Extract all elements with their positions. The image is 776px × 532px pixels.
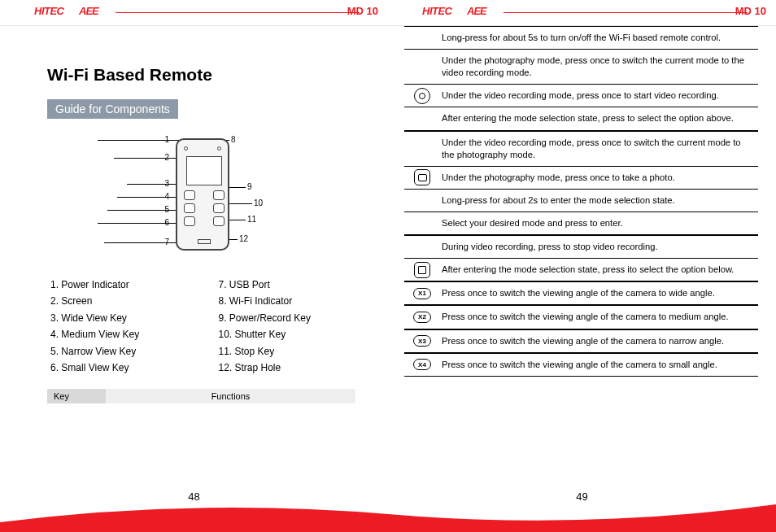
page-title: Wi-Fi Based Remote: [47, 65, 355, 85]
component-diagram: 1 2 3 4 5 6 7 8 9 10 11 12: [88, 133, 316, 264]
fn-text: During video recording, press to stop vi…: [440, 236, 758, 258]
function-group-x2: X2Press once to switch the viewing angle…: [404, 305, 758, 329]
fn-text: After entering the mode selection state,…: [440, 107, 758, 129]
function-group-photo: Under the video recording mode, press on…: [404, 131, 758, 236]
fn-text: After entering the mode selection state,…: [440, 259, 758, 281]
page-header-left: HITEC AEE MD 10: [0, 0, 388, 26]
function-group-record: Long-press for about 5s to turn on/off t…: [404, 26, 758, 131]
page-header-right: HITEC AEE MD 10: [388, 0, 776, 26]
legend-item: 10. Shutter Key: [219, 326, 356, 342]
functions-table: Long-press for about 5s to turn on/off t…: [404, 26, 758, 377]
record-key-icon: [414, 88, 430, 104]
legend-item: 2. Screen: [50, 293, 188, 309]
legend-item: 1. Power Indicator: [50, 277, 188, 293]
page-number-right: 49: [388, 491, 776, 503]
page-right: HITEC AEE MD 10 Long-press for about 5s …: [388, 0, 776, 532]
callout-8: 8: [231, 135, 236, 144]
fn-text: Select your desired mode and press to en…: [440, 212, 758, 234]
th-functions: Functions: [106, 389, 355, 403]
fn-text: Under the photography mode, press once t…: [440, 167, 758, 189]
header-rule: [504, 12, 748, 13]
stop-key-icon: [414, 262, 430, 278]
section-heading: Guide for Components: [47, 99, 178, 119]
fn-text: Press once to switch the viewing angle o…: [440, 354, 758, 376]
x3-key-icon: X3: [413, 335, 431, 347]
legend-item: 5. Narrow View Key: [50, 343, 188, 360]
fn-text: Under the photography mode, press once t…: [440, 50, 758, 84]
callout-11: 11: [247, 215, 256, 224]
fn-text: Press once to switch the viewing angle o…: [440, 282, 758, 304]
function-group-x1: X1Press once to switch the viewing angle…: [404, 281, 758, 305]
brand-logo: HITEC: [422, 5, 452, 17]
screen-icon: [186, 156, 222, 185]
function-group-stop: During video recording, press to stop vi…: [404, 235, 758, 281]
fn-text: Press once to switch the viewing angle o…: [440, 330, 758, 352]
brand2-logo: AEE: [79, 5, 98, 17]
usb-port-icon: [198, 239, 211, 244]
shutter-key-icon: [414, 169, 430, 185]
legend-item: 11. Stop Key: [219, 343, 356, 360]
brand2-logo: AEE: [467, 5, 486, 17]
fn-text: Long-press for about 2s to enter the mod…: [440, 190, 758, 211]
fn-text: Press once to switch the viewing angle o…: [440, 306, 758, 328]
x4-key-icon: X4: [413, 359, 431, 370]
wifi-indicator-icon: [217, 146, 221, 150]
component-legend: 1. Power Indicator 2. Screen 3. Wide Vie…: [50, 277, 355, 376]
callout-12: 12: [239, 234, 248, 243]
function-group-x4: X4Press once to switch the viewing angle…: [404, 353, 758, 377]
legend-item: 3. Wide View Key: [50, 310, 188, 326]
callout-9: 9: [247, 182, 252, 191]
page-number-left: 48: [0, 491, 388, 503]
functions-table-header: Key Functions: [47, 389, 355, 403]
model-label: MD 10: [347, 5, 378, 17]
legend-item: 6. Small View Key: [50, 360, 188, 376]
page-left: HITEC AEE MD 10 Wi-Fi Based Remote Guide…: [0, 0, 388, 532]
legend-item: 12. Strap Hole: [219, 360, 356, 376]
legend-item: 7. USB Port: [219, 277, 356, 293]
function-group-x3: X3Press once to switch the viewing angle…: [404, 329, 758, 353]
th-key: Key: [47, 389, 106, 403]
brand-logo: HITEC: [34, 5, 64, 17]
fn-text: Under the video recording mode, press on…: [440, 132, 758, 166]
legend-item: 4. Medium View Key: [50, 326, 188, 342]
remote-illustration: [176, 138, 229, 251]
header-rule: [116, 12, 360, 13]
callout-10: 10: [254, 198, 263, 207]
power-indicator-icon: [184, 146, 188, 150]
legend-item: 9. Power/Record Key: [219, 310, 356, 326]
legend-item: 8. Wi-Fi Indicator: [219, 293, 356, 309]
x2-key-icon: X2: [413, 312, 431, 323]
x1-key-icon: X1: [413, 288, 431, 299]
model-label: MD 10: [735, 5, 766, 17]
fn-text: Long-press for about 5s to turn on/off t…: [440, 27, 758, 49]
fn-text: Under the video recording mode, press on…: [440, 85, 758, 107]
